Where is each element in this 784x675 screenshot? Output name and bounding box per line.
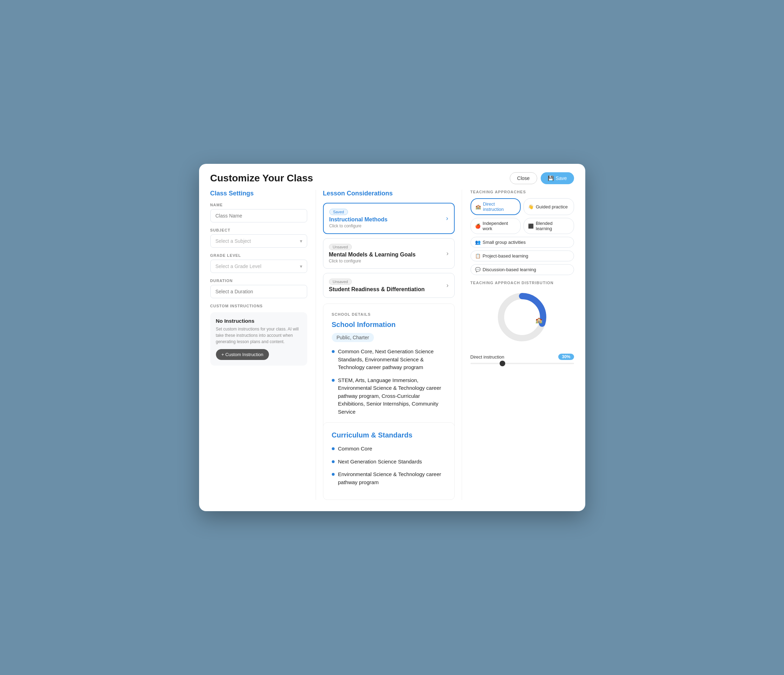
approach-discussion-based[interactable]: 💬 Discussion-based learning [470, 264, 574, 275]
modal-title: Customize Your Class [210, 172, 313, 184]
approach-direct-instruction[interactable]: 🏫 Direct instruction [470, 198, 521, 215]
middle-column: Lesson Considerations Saved Instructiona… [316, 190, 462, 500]
distribution-item-left: Direct instruction [470, 354, 504, 360]
panels-stack: SCHOOL DETAILS School Information Public… [323, 304, 455, 500]
distribution-slider-row [470, 363, 574, 364]
curriculum-title: Curriculum & Standards [332, 431, 446, 439]
project-based-icon: 📋 [475, 253, 481, 259]
donut-chart-container: 🏫 [470, 289, 574, 345]
discussion-based-icon: 💬 [475, 267, 481, 272]
curriculum-bullet-1: Common Core [332, 445, 446, 453]
distribution-slider[interactable] [470, 363, 574, 364]
approach-grid-row2: 🍎 Independent work ⬛ Blended learning [470, 218, 574, 234]
custom-instructions-box: No Instructions Set custom instructions … [210, 312, 307, 366]
donut-chart: 🏫 [494, 289, 550, 345]
distribution-item-label: Direct instruction [470, 354, 504, 360]
guided-practice-label: Guided practice [536, 204, 568, 209]
lesson-card-mental-models[interactable]: Unsaved Mental Models & Learning Goals C… [323, 238, 455, 269]
direct-instruction-label: Direct instruction [483, 202, 516, 212]
small-group-label: Small group activities [483, 240, 526, 245]
modal-body: Class Settings NAME SUBJECT Select a Sub… [199, 190, 585, 511]
lesson-considerations-title: Lesson Considerations [323, 190, 455, 197]
close-button[interactable]: Close [510, 172, 537, 184]
curriculum-bullet-3: Environmental Science & Technology caree… [332, 470, 446, 486]
independent-work-label: Independent work [483, 221, 516, 231]
lesson-subtitle-mental: Click to configure [329, 259, 416, 264]
distribution-label: TEACHING APPROACH DISTRIBUTION [470, 281, 574, 285]
school-details-label: SCHOOL DETAILS [332, 312, 446, 317]
school-bullet-1: Common Core, Next Generation Science Sta… [332, 348, 446, 371]
approach-small-group[interactable]: 👥 Small group activities [470, 237, 574, 248]
curriculum-bullet-2: Next Generation Science Standards [332, 458, 446, 466]
header-buttons: Close 💾 Save [510, 172, 574, 184]
small-group-icon: 👥 [475, 240, 481, 245]
lesson-chevron-instructional: › [446, 215, 448, 222]
bullet-dot [332, 350, 334, 353]
custom-instruction-button[interactable]: + Custom Instruction [216, 349, 269, 360]
donut-svg: 🏫 [494, 289, 550, 345]
lesson-unsaved-badge-mental: Unsaved [329, 244, 352, 250]
lesson-chevron-mental: › [446, 250, 449, 257]
lesson-saved-badge: Saved [329, 209, 348, 215]
modal-header: Customize Your Class Close 💾 Save [199, 164, 585, 190]
lesson-chevron-readiness: › [446, 282, 449, 289]
lesson-title-instructional: Instructional Methods [329, 216, 387, 223]
approach-project-based[interactable]: 📋 Project-based learning [470, 250, 574, 261]
duration-input[interactable] [210, 285, 307, 298]
independent-work-icon: 🍎 [475, 223, 481, 229]
teaching-approaches-label: TEACHING APPROACHES [470, 190, 574, 194]
no-instructions-text: Set custom instructions for your class. … [216, 326, 302, 345]
curriculum-dot-3 [332, 473, 334, 476]
school-type-badge: Public, Charter [332, 333, 374, 342]
lesson-card-content: Saved Instructional Methods Click to con… [329, 208, 387, 228]
approach-blended-learning[interactable]: ⬛ Blended learning [523, 218, 574, 234]
curriculum-dot-1 [332, 447, 334, 450]
duration-label: DURATION [210, 279, 307, 283]
distribution-badge: 30% [558, 354, 574, 360]
curriculum-panel: Curriculum & Standards Common Core Next … [323, 422, 455, 500]
donut-emoji: 🏫 [535, 317, 543, 323]
discussion-based-label: Discussion-based learning [483, 267, 536, 272]
project-based-label: Project-based learning [483, 253, 528, 259]
lesson-unsaved-badge-readiness: Unsaved [329, 279, 352, 285]
school-info-panel: SCHOOL DETAILS School Information Public… [323, 304, 455, 430]
subject-select[interactable]: Select a Subject [210, 234, 307, 248]
lesson-card-instructional[interactable]: Saved Instructional Methods Click to con… [323, 203, 455, 234]
grade-select-wrapper: Select a Grade Level [210, 260, 307, 273]
approach-guided-practice[interactable]: 👋 Guided practice [523, 198, 574, 215]
direct-instruction-icon: 🏫 [475, 204, 481, 209]
school-name: School Information [332, 321, 446, 329]
guided-practice-icon: 👋 [528, 204, 534, 209]
lesson-subtitle-instructional: Click to configure [329, 223, 387, 228]
class-name-input[interactable] [210, 209, 307, 222]
approach-independent-work[interactable]: 🍎 Independent work [470, 218, 521, 234]
lesson-card-student-readiness[interactable]: Unsaved Student Readiness & Differentiat… [323, 273, 455, 298]
lesson-card-content-mental: Unsaved Mental Models & Learning Goals C… [329, 244, 416, 264]
curriculum-dot-2 [332, 460, 334, 463]
blended-learning-icon: ⬛ [528, 223, 534, 229]
no-instructions-title: No Instructions [216, 318, 302, 324]
right-column: TEACHING APPROACHES 🏫 Direct instruction… [462, 190, 574, 500]
customize-class-modal: Customize Your Class Close 💾 Save Class … [199, 164, 585, 511]
left-column: Class Settings NAME SUBJECT Select a Sub… [210, 190, 316, 500]
save-button[interactable]: 💾 Save [541, 172, 574, 184]
name-label: NAME [210, 203, 307, 207]
curriculum-bullet-list: Common Core Next Generation Science Stan… [332, 445, 446, 486]
subject-select-wrapper: Select a Subject [210, 234, 307, 248]
custom-instructions-label: CUSTOM INSTRUCTIONS [210, 304, 307, 308]
bullet-dot-2 [332, 379, 334, 382]
grade-select[interactable]: Select a Grade Level [210, 260, 307, 273]
approach-grid-row1: 🏫 Direct instruction 👋 Guided practice [470, 198, 574, 215]
grade-label: GRADE LEVEL [210, 253, 307, 258]
lesson-title-mental: Mental Models & Learning Goals [329, 251, 416, 258]
lesson-title-readiness: Student Readiness & Differentiation [329, 286, 425, 293]
school-bullet-2: STEM, Arts, Language Immersion, Environm… [332, 376, 446, 416]
save-icon: 💾 [548, 175, 554, 181]
lesson-card-content-readiness: Unsaved Student Readiness & Differentiat… [329, 278, 425, 293]
subject-label: SUBJECT [210, 228, 307, 232]
class-settings-title: Class Settings [210, 190, 307, 197]
blended-learning-label: Blended learning [536, 221, 569, 231]
school-bullet-list: Common Core, Next Generation Science Sta… [332, 348, 446, 416]
